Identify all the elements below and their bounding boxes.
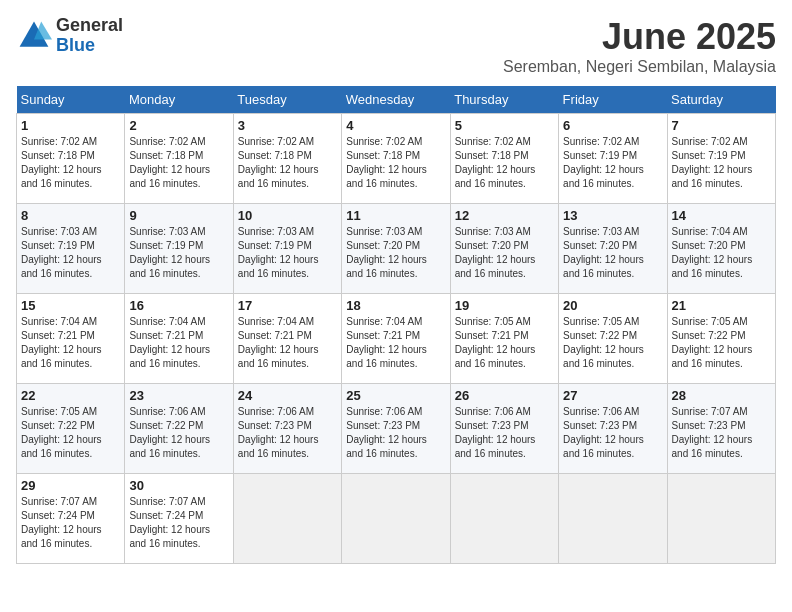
day-info: Sunrise: 7:03 AM Sunset: 7:20 PM Dayligh…	[563, 225, 662, 281]
day-info: Sunrise: 7:03 AM Sunset: 7:19 PM Dayligh…	[21, 225, 120, 281]
calendar-row-3: 15 Sunrise: 7:04 AM Sunset: 7:21 PM Dayl…	[17, 294, 776, 384]
day-info: Sunrise: 7:06 AM Sunset: 7:23 PM Dayligh…	[563, 405, 662, 461]
day-number: 22	[21, 388, 120, 403]
calendar-cell: 8 Sunrise: 7:03 AM Sunset: 7:19 PM Dayli…	[17, 204, 125, 294]
page-container: General Blue June 2025 Seremban, Negeri …	[16, 16, 776, 564]
day-info: Sunrise: 7:02 AM Sunset: 7:18 PM Dayligh…	[21, 135, 120, 191]
calendar-cell: 7 Sunrise: 7:02 AM Sunset: 7:19 PM Dayli…	[667, 114, 775, 204]
day-info: Sunrise: 7:02 AM Sunset: 7:19 PM Dayligh…	[672, 135, 771, 191]
day-info: Sunrise: 7:02 AM Sunset: 7:18 PM Dayligh…	[129, 135, 228, 191]
day-number: 5	[455, 118, 554, 133]
day-info: Sunrise: 7:03 AM Sunset: 7:19 PM Dayligh…	[238, 225, 337, 281]
calendar-cell: 30 Sunrise: 7:07 AM Sunset: 7:24 PM Dayl…	[125, 474, 233, 564]
day-number: 6	[563, 118, 662, 133]
day-number: 17	[238, 298, 337, 313]
header-thursday: Thursday	[450, 86, 558, 114]
day-number: 8	[21, 208, 120, 223]
calendar-header-row: Sunday Monday Tuesday Wednesday Thursday…	[17, 86, 776, 114]
day-info: Sunrise: 7:02 AM Sunset: 7:18 PM Dayligh…	[455, 135, 554, 191]
calendar-cell: 20 Sunrise: 7:05 AM Sunset: 7:22 PM Dayl…	[559, 294, 667, 384]
day-info: Sunrise: 7:06 AM Sunset: 7:23 PM Dayligh…	[238, 405, 337, 461]
calendar-cell: 6 Sunrise: 7:02 AM Sunset: 7:19 PM Dayli…	[559, 114, 667, 204]
day-number: 27	[563, 388, 662, 403]
calendar-cell: 9 Sunrise: 7:03 AM Sunset: 7:19 PM Dayli…	[125, 204, 233, 294]
day-info: Sunrise: 7:06 AM Sunset: 7:23 PM Dayligh…	[346, 405, 445, 461]
calendar-cell: 25 Sunrise: 7:06 AM Sunset: 7:23 PM Dayl…	[342, 384, 450, 474]
day-number: 16	[129, 298, 228, 313]
day-info: Sunrise: 7:07 AM Sunset: 7:23 PM Dayligh…	[672, 405, 771, 461]
calendar-cell	[450, 474, 558, 564]
day-number: 21	[672, 298, 771, 313]
calendar-cell: 2 Sunrise: 7:02 AM Sunset: 7:18 PM Dayli…	[125, 114, 233, 204]
title-section: June 2025 Seremban, Negeri Sembilan, Mal…	[503, 16, 776, 76]
day-number: 25	[346, 388, 445, 403]
day-info: Sunrise: 7:03 AM Sunset: 7:20 PM Dayligh…	[455, 225, 554, 281]
day-info: Sunrise: 7:05 AM Sunset: 7:21 PM Dayligh…	[455, 315, 554, 371]
day-info: Sunrise: 7:07 AM Sunset: 7:24 PM Dayligh…	[129, 495, 228, 551]
day-number: 19	[455, 298, 554, 313]
day-info: Sunrise: 7:04 AM Sunset: 7:21 PM Dayligh…	[238, 315, 337, 371]
month-title: June 2025	[503, 16, 776, 58]
day-info: Sunrise: 7:05 AM Sunset: 7:22 PM Dayligh…	[563, 315, 662, 371]
calendar-cell: 13 Sunrise: 7:03 AM Sunset: 7:20 PM Dayl…	[559, 204, 667, 294]
calendar-row-1: 1 Sunrise: 7:02 AM Sunset: 7:18 PM Dayli…	[17, 114, 776, 204]
calendar-cell: 12 Sunrise: 7:03 AM Sunset: 7:20 PM Dayl…	[450, 204, 558, 294]
day-info: Sunrise: 7:05 AM Sunset: 7:22 PM Dayligh…	[672, 315, 771, 371]
calendar-cell: 15 Sunrise: 7:04 AM Sunset: 7:21 PM Dayl…	[17, 294, 125, 384]
header-monday: Monday	[125, 86, 233, 114]
header-sunday: Sunday	[17, 86, 125, 114]
header-tuesday: Tuesday	[233, 86, 341, 114]
calendar-cell: 5 Sunrise: 7:02 AM Sunset: 7:18 PM Dayli…	[450, 114, 558, 204]
calendar-row-2: 8 Sunrise: 7:03 AM Sunset: 7:19 PM Dayli…	[17, 204, 776, 294]
day-number: 7	[672, 118, 771, 133]
day-number: 15	[21, 298, 120, 313]
calendar-cell: 1 Sunrise: 7:02 AM Sunset: 7:18 PM Dayli…	[17, 114, 125, 204]
calendar-cell: 28 Sunrise: 7:07 AM Sunset: 7:23 PM Dayl…	[667, 384, 775, 474]
day-number: 26	[455, 388, 554, 403]
day-info: Sunrise: 7:06 AM Sunset: 7:23 PM Dayligh…	[455, 405, 554, 461]
logo-text: General Blue	[56, 16, 123, 56]
calendar-cell: 14 Sunrise: 7:04 AM Sunset: 7:20 PM Dayl…	[667, 204, 775, 294]
calendar-cell: 24 Sunrise: 7:06 AM Sunset: 7:23 PM Dayl…	[233, 384, 341, 474]
header-friday: Friday	[559, 86, 667, 114]
calendar-cell: 17 Sunrise: 7:04 AM Sunset: 7:21 PM Dayl…	[233, 294, 341, 384]
calendar-cell: 27 Sunrise: 7:06 AM Sunset: 7:23 PM Dayl…	[559, 384, 667, 474]
day-number: 13	[563, 208, 662, 223]
calendar-cell	[233, 474, 341, 564]
day-info: Sunrise: 7:02 AM Sunset: 7:18 PM Dayligh…	[346, 135, 445, 191]
day-number: 11	[346, 208, 445, 223]
day-info: Sunrise: 7:04 AM Sunset: 7:21 PM Dayligh…	[346, 315, 445, 371]
calendar-cell: 29 Sunrise: 7:07 AM Sunset: 7:24 PM Dayl…	[17, 474, 125, 564]
logo-blue-text: Blue	[56, 36, 123, 56]
calendar-cell: 11 Sunrise: 7:03 AM Sunset: 7:20 PM Dayl…	[342, 204, 450, 294]
calendar-cell: 26 Sunrise: 7:06 AM Sunset: 7:23 PM Dayl…	[450, 384, 558, 474]
calendar-table: Sunday Monday Tuesday Wednesday Thursday…	[16, 86, 776, 564]
day-number: 23	[129, 388, 228, 403]
day-number: 3	[238, 118, 337, 133]
logo-icon	[16, 18, 52, 54]
calendar-cell	[342, 474, 450, 564]
logo: General Blue	[16, 16, 123, 56]
day-info: Sunrise: 7:04 AM Sunset: 7:20 PM Dayligh…	[672, 225, 771, 281]
calendar-cell: 22 Sunrise: 7:05 AM Sunset: 7:22 PM Dayl…	[17, 384, 125, 474]
day-info: Sunrise: 7:03 AM Sunset: 7:19 PM Dayligh…	[129, 225, 228, 281]
day-info: Sunrise: 7:04 AM Sunset: 7:21 PM Dayligh…	[129, 315, 228, 371]
calendar-cell: 23 Sunrise: 7:06 AM Sunset: 7:22 PM Dayl…	[125, 384, 233, 474]
day-number: 14	[672, 208, 771, 223]
day-number: 10	[238, 208, 337, 223]
calendar-cell: 4 Sunrise: 7:02 AM Sunset: 7:18 PM Dayli…	[342, 114, 450, 204]
calendar-cell: 19 Sunrise: 7:05 AM Sunset: 7:21 PM Dayl…	[450, 294, 558, 384]
calendar-cell	[559, 474, 667, 564]
day-info: Sunrise: 7:02 AM Sunset: 7:18 PM Dayligh…	[238, 135, 337, 191]
day-info: Sunrise: 7:05 AM Sunset: 7:22 PM Dayligh…	[21, 405, 120, 461]
day-number: 2	[129, 118, 228, 133]
day-number: 28	[672, 388, 771, 403]
day-number: 1	[21, 118, 120, 133]
header-saturday: Saturday	[667, 86, 775, 114]
calendar-cell: 18 Sunrise: 7:04 AM Sunset: 7:21 PM Dayl…	[342, 294, 450, 384]
day-number: 18	[346, 298, 445, 313]
location-title: Seremban, Negeri Sembilan, Malaysia	[503, 58, 776, 76]
day-info: Sunrise: 7:07 AM Sunset: 7:24 PM Dayligh…	[21, 495, 120, 551]
header: General Blue June 2025 Seremban, Negeri …	[16, 16, 776, 76]
day-number: 9	[129, 208, 228, 223]
